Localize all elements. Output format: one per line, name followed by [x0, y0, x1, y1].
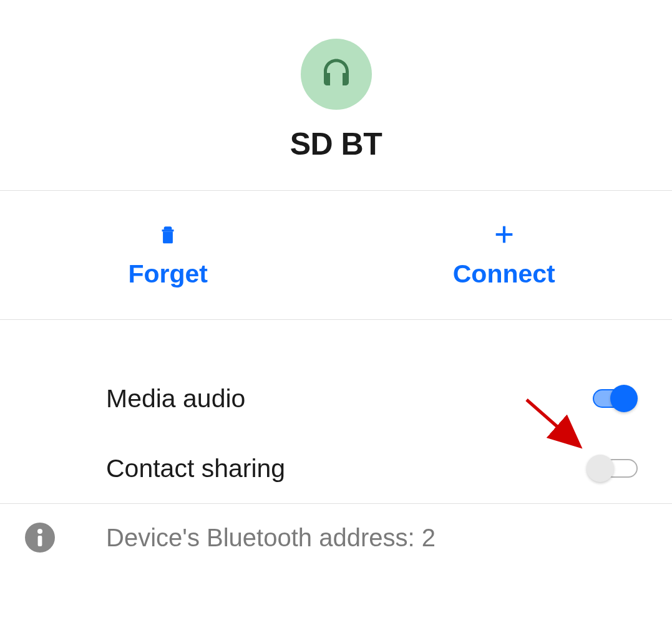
info-icon [25, 523, 55, 553]
forget-label: Forget [128, 259, 208, 289]
svg-rect-3 [38, 536, 42, 546]
connect-button[interactable]: Connect [336, 191, 673, 319]
info-section: Device's Bluetooth address: 2 [0, 504, 672, 553]
connect-label: Connect [453, 259, 555, 289]
contact-sharing-row: Contact sharing [0, 433, 672, 503]
forget-button[interactable]: Forget [0, 191, 336, 319]
actions-row: Forget Connect [0, 191, 672, 319]
media-audio-toggle[interactable] [593, 389, 638, 408]
headphones-icon [318, 54, 355, 94]
svg-point-2 [37, 529, 42, 534]
contact-sharing-toggle[interactable] [593, 459, 638, 478]
settings-section: Media audio Contact sharing [0, 320, 672, 503]
toggle-thumb [587, 455, 614, 482]
plus-icon [492, 222, 517, 247]
device-header: SD BT [0, 0, 672, 190]
device-name: SD BT [290, 126, 382, 162]
contact-sharing-label: Contact sharing [106, 454, 285, 483]
device-avatar [301, 39, 372, 110]
bluetooth-address-label: Device's Bluetooth address: 2 [106, 524, 436, 552]
toggle-thumb [610, 385, 638, 412]
media-audio-row: Media audio [0, 364, 672, 433]
trash-icon [155, 222, 180, 247]
media-audio-label: Media audio [106, 384, 245, 413]
